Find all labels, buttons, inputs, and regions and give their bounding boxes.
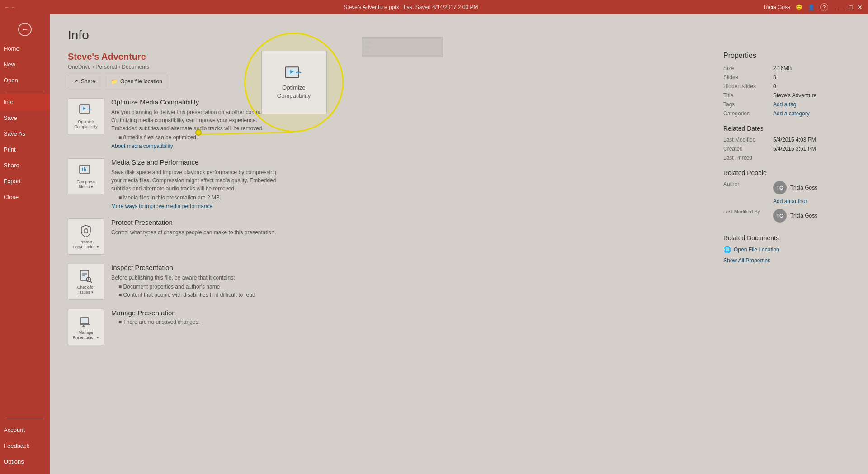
sidebar-item-close[interactable]: Close (0, 189, 50, 205)
sidebar-divider-1 (5, 91, 44, 91)
sidebar-item-print[interactable]: Print (0, 142, 50, 157)
title-bar: ← → Steve's Adventure.pptx Last Saved 4/… (0, 0, 868, 14)
zoom-overlay: OptimizeCompatibility (244, 33, 344, 132)
compress-icon (79, 163, 93, 178)
related-people-title: Related People (723, 169, 850, 176)
inspect-icon-box[interactable]: Check forIssues ▾ (68, 264, 104, 300)
media-size-desc: Save disk space and improve playback per… (111, 168, 283, 193)
add-author-link[interactable]: Add an author (773, 198, 807, 204)
sidebar-item-options[interactable]: Options (0, 454, 50, 469)
prop-row-size: Size 2.16MB (723, 65, 850, 71)
sidebar-item-save-as[interactable]: Save As (0, 126, 50, 142)
prop-last-modified-label: Last Modified (723, 137, 773, 143)
prop-categories-value[interactable]: Add a category (773, 110, 810, 117)
manage-icon (79, 314, 93, 328)
optimize-icon (79, 103, 93, 118)
optimize-section: OptimizeCompatibility Optimize Media Com… (68, 98, 705, 149)
svg-rect-17 (81, 318, 88, 323)
manage-icon-label: ManagePresentation ▾ (73, 330, 99, 340)
user-icon[interactable]: 👤 (808, 4, 815, 10)
sidebar-bottom: Account Feedback Options (0, 416, 50, 474)
manage-bullet: ■ There are no unsaved changes. (118, 319, 200, 325)
prop-row-hidden-slides: Hidden slides 0 (723, 83, 850, 90)
open-location-button[interactable]: 📁 Open file location (105, 76, 168, 87)
restore-button[interactable]: □ (847, 4, 854, 11)
content-left: Steve's Adventure OneDrive › Personal › … (68, 52, 705, 354)
smiley-icon[interactable]: 🙂 (796, 4, 802, 10)
prop-last-modified-by-label: Last Modified By (723, 209, 773, 226)
sidebar-item-feedback[interactable]: Feedback (0, 438, 50, 454)
media-performance-link[interactable]: More ways to improve media performance (111, 203, 212, 209)
sidebar-divider-2 (5, 419, 44, 419)
last-modified-by-info: TG Tricia Goss (773, 209, 817, 226)
back-button[interactable]: ← (0, 18, 50, 41)
window-controls: — □ ✕ (838, 4, 863, 11)
title-bar-center: Steve's Adventure.pptx Last Saved 4/14/2… (59, 4, 763, 10)
title-bar-right: Tricia Goss 🙂 👤 ? — □ ✕ (763, 3, 863, 11)
breadcrumb: OneDrive › Personal › Documents (68, 64, 705, 70)
inspect-icon-label: Check forIssues ▾ (77, 285, 95, 295)
prop-slides-label: Slides (723, 74, 773, 81)
optimize-bullet: ■ 8 media files can be optimized. (118, 134, 283, 141)
sidebar-item-info[interactable]: Info (0, 94, 50, 110)
svg-line-15 (90, 281, 92, 283)
prop-row-created: Created 5/4/2015 3:51 PM (723, 146, 850, 152)
optimize-icon-box[interactable]: OptimizeCompatibility (68, 98, 104, 134)
author-avatar: TG (773, 181, 787, 194)
prop-row-slides: Slides 8 (723, 74, 850, 81)
action-buttons: ↗ Share 📁 Open file location (68, 76, 705, 87)
share-button[interactable]: ↗ Share (68, 76, 101, 87)
sidebar-item-save[interactable]: Save (0, 110, 50, 126)
prop-size-value: 2.16MB (773, 65, 792, 71)
manage-icon-box[interactable]: ManagePresentation ▾ (68, 309, 104, 345)
author-name: Tricia Goss (790, 185, 817, 191)
close-button[interactable]: ✕ (856, 4, 863, 11)
prop-categories-label: Categories (723, 110, 773, 117)
share-label: Share (81, 78, 95, 85)
prop-tags-value[interactable]: Add a tag (773, 101, 796, 108)
prop-hidden-slides-value: 0 (773, 83, 776, 90)
zoom-optimize-icon (284, 65, 303, 84)
inspect-title: Inspect Presentation (111, 264, 255, 271)
sidebar-item-home[interactable]: Home (0, 41, 50, 57)
prop-row-title: Title Steve's Adventure (723, 92, 850, 99)
prop-last-printed-label: Last Printed (723, 155, 773, 161)
manage-section: ManagePresentation ▾ Manage Presentation… (68, 309, 705, 345)
protect-text: Protect Presentation Control what types … (111, 218, 276, 238)
prop-created-value: 5/4/2015 3:51 PM (773, 146, 816, 152)
prop-row-last-printed: Last Printed (723, 155, 850, 161)
about-media-link[interactable]: About media compatibility (111, 143, 173, 149)
compress-icon-box[interactable]: CompressMedia ▾ (68, 158, 104, 194)
sidebar-item-share[interactable]: Share (0, 157, 50, 173)
minimize-button[interactable]: — (838, 4, 845, 11)
protect-icon-box[interactable]: ProtectPresentation ▾ (68, 218, 104, 255)
open-file-location-link[interactable]: Open File Location (734, 246, 779, 253)
protect-icon-label: ProtectPresentation ▾ (73, 240, 99, 250)
zoom-dot (195, 129, 202, 136)
prop-created-label: Created (723, 146, 773, 152)
prop-author-label: Author (723, 181, 773, 204)
open-location-label: Open file location (120, 78, 162, 85)
sidebar-item-open[interactable]: Open (0, 72, 50, 88)
prop-hidden-slides-label: Hidden slides (723, 83, 773, 90)
show-all-properties-link[interactable]: Show All Properties (723, 257, 770, 264)
page-title: Info (68, 28, 850, 43)
sidebar-item-export[interactable]: Export (0, 173, 50, 189)
prop-row-author: Author TG Tricia Goss Add an author (723, 181, 850, 204)
app-body: ← Home New Open Info Save Save As Print … (0, 14, 868, 474)
sidebar-item-account[interactable]: Account (0, 422, 50, 438)
inspect-desc: Before publishing this file, be aware th… (111, 274, 255, 282)
media-size-bullet: ■ Media files in this presentation are 2… (118, 194, 283, 201)
author-row: TG Tricia Goss (773, 181, 817, 194)
last-modified-by-name: Tricia Goss (790, 213, 817, 219)
back-arrow-icon: ← (21, 25, 28, 33)
protect-icon (79, 223, 93, 238)
sidebar-item-new[interactable]: New (0, 57, 50, 72)
manage-title: Manage Presentation (111, 309, 200, 317)
prop-row-categories: Categories Add a category (723, 110, 850, 117)
inspect-icon (79, 269, 93, 283)
inspect-text: Inspect Presentation Before publishing t… (111, 264, 255, 300)
background-slide-hint: Are...me...au... (362, 37, 443, 57)
help-icon[interactable]: ? (820, 3, 828, 11)
back-circle-icon: ← (18, 23, 32, 36)
